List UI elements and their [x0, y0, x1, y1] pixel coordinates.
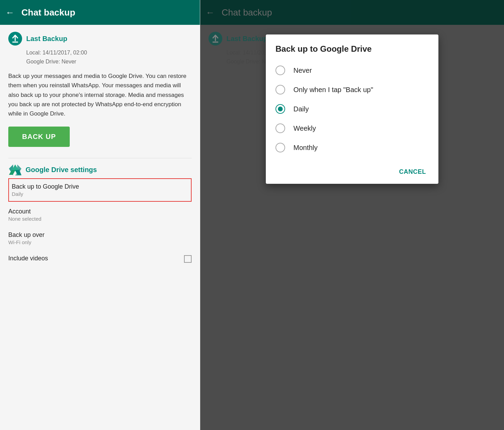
radio-option-never[interactable]: Never: [266, 61, 438, 80]
include-videos-row[interactable]: Include videos: [8, 250, 192, 268]
radio-option-only-when[interactable]: Only when I tap "Back up": [266, 80, 438, 99]
google-drive-settings-title: Google Drive settings: [26, 166, 97, 174]
radio-label-never: Never: [293, 67, 312, 74]
backup-to-drive-title: Back up to Google Drive: [12, 183, 188, 190]
google-drive-icon: [8, 164, 21, 176]
radio-circle-only-when: [275, 85, 285, 94]
left-panel: ← Chat backup Last Backup Local: 14/11/2…: [0, 0, 200, 430]
backup-description: Back up your messages and media to Googl…: [8, 71, 192, 118]
dialog-footer: CANCEL: [266, 160, 438, 184]
backup-to-drive-dialog: Back up to Google Drive Never Only when …: [266, 34, 438, 184]
left-header-title: Chat backup: [21, 7, 75, 18]
radio-label-monthly: Monthly: [293, 144, 318, 152]
backup-to-drive-subtitle: Daily: [12, 191, 188, 197]
backup-over-subtitle: Wi-Fi only: [8, 239, 192, 245]
radio-option-monthly[interactable]: Monthly: [266, 138, 438, 157]
divider: [8, 158, 192, 158]
radio-option-daily[interactable]: Daily: [266, 99, 438, 119]
last-backup-title: Last Backup: [26, 35, 67, 43]
cancel-button[interactable]: CANCEL: [395, 166, 430, 178]
backup-over-item[interactable]: Back up over Wi-Fi only: [8, 227, 192, 250]
radio-circle-weekly: [275, 123, 285, 133]
local-backup-text: Local: 14/11/2017, 02:00: [26, 48, 192, 57]
right-panel: ← Chat backup Last Backup Local: 14/11/2…: [200, 0, 504, 430]
radio-label-weekly: Weekly: [293, 124, 316, 132]
include-videos-title: Include videos: [8, 255, 48, 262]
dialog-overlay: Back up to Google Drive Never Only when …: [200, 0, 504, 430]
dialog-title: Back up to Google Drive: [266, 44, 438, 61]
radio-circle-never: [275, 66, 285, 75]
radio-label-daily: Daily: [293, 105, 309, 113]
radio-inner-daily: [278, 107, 283, 111]
left-back-arrow[interactable]: ←: [6, 7, 14, 18]
left-content: Last Backup Local: 14/11/2017, 02:00 Goo…: [0, 25, 200, 430]
account-title: Account: [8, 208, 192, 215]
radio-circle-daily: [275, 104, 285, 114]
include-videos-checkbox[interactable]: [184, 255, 192, 263]
google-drive-section-header: Google Drive settings: [8, 164, 192, 176]
radio-label-only-when: Only when I tap "Back up": [293, 86, 373, 94]
radio-option-weekly[interactable]: Weekly: [266, 119, 438, 138]
google-drive-settings: Google Drive settings Back up to Google …: [8, 164, 192, 268]
backup-meta: Local: 14/11/2017, 02:00 Google Drive: N…: [26, 48, 192, 66]
backup-to-drive-item[interactable]: Back up to Google Drive Daily: [8, 178, 192, 202]
account-item[interactable]: Account None selected: [8, 203, 192, 227]
backup-over-title: Back up over: [8, 231, 192, 239]
last-backup-section-header: Last Backup: [8, 32, 192, 46]
google-drive-backup-text: Google Drive: Never: [26, 57, 192, 66]
left-header: ← Chat backup: [0, 0, 200, 25]
account-subtitle: None selected: [8, 216, 192, 222]
radio-circle-monthly: [275, 143, 285, 152]
upload-cloud-icon: [8, 32, 22, 46]
backup-button[interactable]: BACK UP: [8, 127, 70, 147]
